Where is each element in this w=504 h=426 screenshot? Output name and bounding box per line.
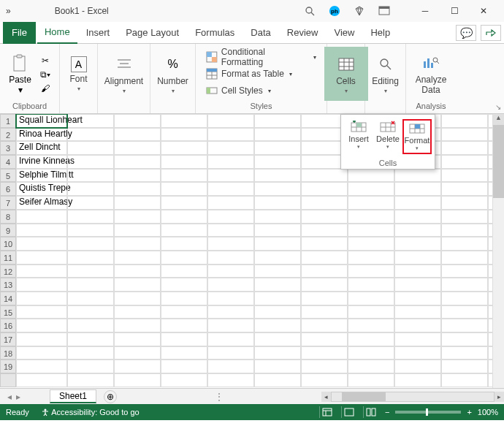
cell[interactable]: Rinoa Heartly — [16, 128, 67, 142]
cell[interactable] — [114, 251, 161, 265]
cell[interactable] — [394, 373, 441, 387]
cell[interactable] — [161, 141, 207, 155]
cell[interactable] — [394, 196, 441, 210]
cell[interactable] — [207, 237, 254, 251]
horizontal-scrollbar[interactable]: ◂ ▸ — [321, 391, 504, 403]
cell[interactable] — [114, 224, 161, 237]
row-header[interactable]: 11 — [0, 251, 16, 265]
cell[interactable] — [301, 360, 348, 373]
row-header[interactable]: 5 — [0, 169, 16, 183]
diamond-icon[interactable] — [354, 5, 365, 17]
cell[interactable] — [441, 237, 488, 251]
cell[interactable] — [394, 360, 441, 373]
cell[interactable] — [161, 346, 207, 360]
cell[interactable] — [114, 169, 161, 183]
cell[interactable] — [254, 360, 301, 373]
cut-icon[interactable]: ✂ — [37, 54, 53, 67]
cell[interactable] — [441, 373, 488, 387]
cell[interactable] — [207, 360, 254, 373]
cell[interactable] — [114, 210, 161, 224]
cell[interactable] — [207, 169, 254, 183]
conditional-formatting-button[interactable]: Conditional Formatting▾ — [206, 50, 316, 64]
cell[interactable] — [114, 237, 161, 251]
cell[interactable] — [67, 237, 114, 251]
row-header[interactable]: 15 — [0, 305, 16, 319]
cell[interactable] — [254, 346, 301, 360]
cell[interactable] — [67, 346, 114, 360]
cell[interactable] — [441, 128, 488, 142]
cell[interactable] — [161, 360, 207, 373]
cell[interactable] — [161, 305, 207, 319]
zoom-in-button[interactable]: + — [467, 408, 471, 417]
cell[interactable] — [16, 332, 67, 346]
alignment-group[interactable]: Alignment ▾ — [102, 47, 146, 101]
zoom-slider[interactable] — [395, 411, 461, 414]
close-button[interactable]: ✕ — [469, 1, 498, 21]
cell[interactable] — [161, 278, 207, 292]
cell[interactable] — [348, 346, 394, 360]
add-sheet-button[interactable]: ⊕ — [104, 390, 117, 403]
cell[interactable] — [16, 251, 67, 265]
accessibility-status[interactable]: Accessibility: Good to go — [41, 408, 140, 417]
cell[interactable] — [301, 210, 348, 224]
cell[interactable] — [441, 346, 488, 360]
cell[interactable] — [67, 373, 114, 387]
cell[interactable] — [67, 360, 114, 373]
cell[interactable] — [348, 332, 394, 346]
cell[interactable] — [441, 319, 488, 332]
tab-file[interactable]: File — [3, 22, 36, 44]
tab-data[interactable]: Data — [243, 22, 278, 44]
cell[interactable] — [16, 373, 67, 387]
cell[interactable] — [394, 182, 441, 196]
cell[interactable] — [161, 196, 207, 210]
cell[interactable] — [441, 224, 488, 237]
cell[interactable] — [161, 210, 207, 224]
editing-group[interactable]: Editing ▾ — [364, 47, 408, 101]
cell[interactable] — [207, 114, 254, 128]
copy-icon[interactable]: ⧉▾ — [37, 68, 53, 81]
cell[interactable] — [114, 114, 161, 128]
share-button[interactable] — [481, 25, 501, 41]
cell[interactable] — [207, 224, 254, 237]
cell[interactable] — [67, 128, 114, 142]
cell[interactable] — [67, 196, 114, 210]
cells-group-button[interactable]: Cells ▾ — [324, 47, 368, 101]
cell[interactable] — [301, 292, 348, 305]
cell[interactable]: Selphie Tilmitt — [16, 169, 67, 183]
cell[interactable] — [114, 141, 161, 155]
cell[interactable] — [207, 305, 254, 319]
cell[interactable] — [207, 265, 254, 278]
cell[interactable] — [441, 114, 488, 128]
cell[interactable] — [348, 196, 394, 210]
minimize-button[interactable]: ─ — [411, 1, 440, 21]
cell[interactable] — [301, 373, 348, 387]
cell[interactable] — [254, 224, 301, 237]
cell[interactable] — [301, 278, 348, 292]
row-header[interactable]: 18 — [0, 346, 16, 360]
page-layout-view-icon[interactable] — [341, 406, 357, 418]
row-header[interactable] — [0, 373, 16, 387]
cell[interactable] — [16, 237, 67, 251]
format-as-table-button[interactable]: Format as Table▾ — [206, 66, 316, 81]
cell[interactable] — [161, 224, 207, 237]
zoom-level[interactable]: 100% — [478, 408, 498, 417]
sheet-nav[interactable]: ◂▸ — [0, 392, 28, 402]
row-header[interactable]: 6 — [0, 182, 16, 196]
cell[interactable] — [394, 305, 441, 319]
cell[interactable] — [161, 155, 207, 169]
cell[interactable] — [441, 196, 488, 210]
cell[interactable] — [394, 346, 441, 360]
cell[interactable] — [161, 265, 207, 278]
cell[interactable] — [114, 373, 161, 387]
cell[interactable] — [114, 155, 161, 169]
cell[interactable] — [16, 224, 67, 237]
cell[interactable] — [254, 210, 301, 224]
cell[interactable] — [207, 196, 254, 210]
page-break-view-icon[interactable] — [363, 406, 379, 418]
comments-button[interactable]: 💬 — [456, 25, 476, 41]
cell[interactable] — [441, 360, 488, 373]
cell[interactable] — [348, 251, 394, 265]
format-cells-button[interactable]: Format ▾ — [402, 119, 432, 154]
cell[interactable] — [67, 182, 114, 196]
cell[interactable]: Seifer Almasy — [16, 196, 67, 210]
